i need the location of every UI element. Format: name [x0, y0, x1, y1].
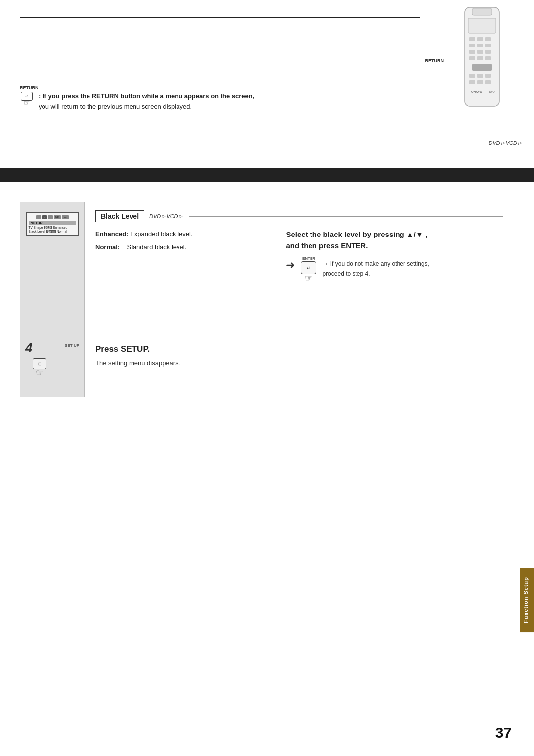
proceed-note: → If you do not make any other settings,…: [322, 259, 429, 279]
svg-rect-8: [485, 44, 491, 47]
svg-rect-18: [485, 74, 491, 78]
function-setup-tab: Function Setup: [520, 568, 534, 632]
top-divider: [20, 17, 420, 18]
setup-button-icon: ⊞ ☞: [33, 358, 46, 378]
svg-text:DVD: DVD: [490, 90, 495, 93]
step3-sidebar: ♪ NR CHG PICTURE TV Shape 16:9 Enhanced …: [20, 202, 85, 335]
page-number-bottom: 37: [495, 724, 512, 741]
press-setup-heading: Press SETUP.: [95, 344, 503, 354]
step3-main: Black Level DVD ▷ VCD ▷ Enhanced: Expand…: [85, 202, 514, 335]
svg-rect-20: [477, 80, 483, 84]
instruction-area: Select the black level by pressing ▲/▼ ,…: [286, 229, 503, 284]
step3-section: ♪ NR CHG PICTURE TV Shape 16:9 Enhanced …: [20, 202, 514, 335]
black-divider-bar: [0, 168, 534, 182]
svg-rect-9: [469, 50, 475, 54]
header-separator-line: [189, 216, 503, 217]
setup-label-small: SET UP: [65, 343, 79, 348]
svg-rect-17: [477, 74, 483, 78]
step4-number: 4: [25, 340, 32, 356]
return-small-label: RETURN: [20, 85, 39, 90]
svg-rect-10: [477, 50, 483, 54]
svg-rect-3: [469, 37, 475, 41]
step4-section: 4 SET UP ⊞ ☞ Press SETUP. The setting me…: [20, 335, 514, 397]
svg-rect-7: [477, 44, 483, 47]
step4-sidebar: 4 SET UP ⊞ ☞: [20, 335, 85, 397]
svg-rect-4: [477, 37, 483, 41]
svg-rect-5: [485, 37, 491, 41]
svg-rect-19: [469, 80, 475, 84]
arrow-right-icon: ➜: [286, 259, 295, 272]
dvd-vcd-step3: DVD ▷ VCD ▷: [149, 213, 182, 219]
step4-main: Press SETUP. The setting menu disappears…: [85, 335, 514, 397]
options-description: Enhanced: Expanded black level. Normal: …: [95, 229, 276, 253]
select-instruction: Select the black level by pressing ▲/▼ ,…: [286, 229, 503, 251]
svg-rect-14: [485, 56, 491, 60]
dvd-vcd-top-label: DVD ▷ VCD ▷: [489, 140, 522, 146]
return-note: : If you press the RETURN button while a…: [39, 92, 254, 112]
setup-note: The setting menu disappears.: [95, 359, 503, 367]
svg-rect-6: [469, 44, 475, 47]
enter-button-area: ENTER ↵ ☞: [301, 256, 316, 284]
svg-rect-13: [477, 56, 483, 60]
return-pointer-label: RETURN: [425, 58, 465, 63]
svg-rect-15: [472, 64, 492, 71]
tv-screen-mockup: ♪ NR CHG PICTURE TV Shape 16:9 Enhanced …: [26, 212, 79, 236]
svg-rect-16: [469, 74, 475, 78]
return-hand-icon: ☞: [24, 99, 30, 107]
svg-rect-12: [469, 56, 475, 60]
remote-control-illustration: ONKYO DVD: [443, 2, 522, 111]
svg-text:ONKYO: ONKYO: [471, 90, 482, 93]
svg-rect-11: [485, 50, 491, 54]
svg-rect-2: [468, 18, 496, 33]
svg-rect-1: [472, 8, 492, 15]
svg-rect-21: [485, 80, 491, 84]
black-level-label: Black Level: [95, 210, 144, 222]
